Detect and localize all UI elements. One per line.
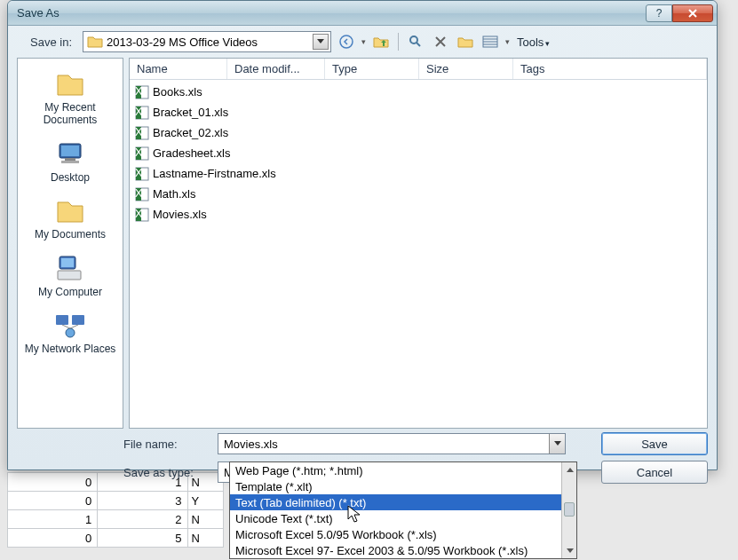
search-button[interactable]	[406, 32, 425, 51]
cell[interactable]: 0	[8, 529, 98, 548]
window-title: Save As	[17, 6, 646, 20]
close-button[interactable]	[672, 4, 713, 22]
folder-dropdown-button[interactable]	[313, 34, 329, 50]
xls-file-icon: X	[135, 146, 149, 161]
up-one-level-button[interactable]	[371, 32, 391, 51]
file-row[interactable]: XGradesheet.xls	[130, 143, 707, 163]
file-name: Movies.xls	[153, 208, 207, 221]
chevron-down-icon	[554, 441, 561, 446]
cell[interactable]: N	[187, 510, 224, 529]
column-name[interactable]: Name	[130, 59, 227, 79]
column-size[interactable]: Size	[419, 59, 513, 79]
cancel-button[interactable]: Cancel	[601, 461, 708, 484]
filename-dropdown-button[interactable]	[549, 434, 565, 454]
file-name: Books.xls	[153, 85, 202, 99]
folder-icon	[87, 35, 103, 49]
delete-icon	[434, 35, 447, 48]
titlebar: Save As ?	[8, 1, 717, 26]
place-my-recent-documents[interactable]: My Recent Documents	[18, 64, 123, 130]
type-option[interactable]: Template (*.xlt)	[230, 478, 576, 494]
toolbar: Save in: 2013-03-29 MS Office Videos ▾	[8, 26, 717, 58]
place-icon	[52, 138, 88, 170]
tools-menu[interactable]: Tools▾	[515, 35, 552, 49]
views-icon	[482, 35, 498, 48]
column-headers: Name Date modif... Type Size Tags	[130, 59, 707, 80]
help-button[interactable]: ?	[646, 4, 672, 22]
file-row[interactable]: XLastname-Firstname.xls	[130, 163, 707, 184]
file-name: Gradesheet.xls	[153, 146, 230, 160]
file-name: Math.xls	[153, 187, 195, 201]
cell[interactable]: Y	[187, 492, 224, 510]
file-row[interactable]: XBracket_02.xls	[130, 122, 707, 143]
delete-button[interactable]	[431, 32, 450, 51]
save-as-dialog: Save As ? Save in: 2013-03-29 MS Office …	[7, 0, 718, 470]
xls-file-icon: X	[135, 208, 149, 222]
svg-rect-7	[61, 146, 79, 156]
file-row[interactable]: XMovies.xls	[130, 204, 707, 225]
file-row[interactable]: XBooks.xls	[130, 82, 707, 102]
new-folder-button[interactable]	[456, 32, 475, 51]
column-type[interactable]: Type	[325, 59, 419, 79]
svg-rect-14	[72, 315, 84, 325]
svg-text:X: X	[135, 167, 143, 179]
cell[interactable]: 1	[8, 510, 98, 529]
file-name: Bracket_01.xls	[153, 106, 228, 119]
scroll-up-button[interactable]	[562, 462, 577, 477]
folder-up-icon	[373, 35, 389, 49]
place-my-network-places[interactable]: My Network Places	[18, 305, 123, 359]
save-in-label: Save in:	[17, 35, 77, 49]
back-icon	[339, 35, 353, 49]
type-option[interactable]: Microsoft Excel 97- Excel 2003 & 5.0/95 …	[230, 542, 576, 558]
place-label: My Documents	[20, 228, 121, 241]
folder-dropdown[interactable]: 2013-03-29 MS Office Videos	[83, 31, 331, 52]
file-list[interactable]: XBooks.xlsXBracket_01.xlsXBracket_02.xls…	[130, 80, 707, 428]
file-row[interactable]: XBracket_01.xls	[130, 102, 707, 122]
place-my-documents[interactable]: My Documents	[18, 191, 123, 244]
scroll-down-button[interactable]	[562, 543, 577, 558]
type-option[interactable]: Web Page (*.htm; *.html)	[230, 462, 576, 478]
file-name: Bracket_02.xls	[153, 126, 228, 139]
scrollbar-thumb[interactable]	[564, 502, 575, 517]
save-button[interactable]: Save	[601, 432, 708, 455]
cell[interactable]: 5	[98, 529, 187, 548]
place-desktop[interactable]: Desktop	[18, 134, 123, 187]
cell[interactable]: N	[187, 529, 224, 548]
type-option[interactable]: Microsoft Excel 5.0/95 Workbook (*.xls)	[230, 526, 576, 542]
svg-text:X: X	[135, 146, 143, 159]
filename-input[interactable]	[218, 433, 566, 454]
place-icon	[52, 252, 88, 284]
xls-file-icon: X	[135, 106, 149, 120]
xls-file-icon: X	[135, 167, 149, 181]
place-label: Desktop	[20, 171, 121, 184]
cell[interactable]: 3	[98, 492, 187, 510]
place-label: My Network Places	[20, 343, 121, 355]
xls-file-icon: X	[135, 187, 149, 201]
filename-field[interactable]	[218, 438, 549, 451]
svg-text:X: X	[135, 208, 143, 220]
svg-text:X: X	[135, 85, 143, 98]
svg-text:X: X	[135, 187, 143, 200]
place-my-computer[interactable]: My Computer	[18, 248, 123, 302]
save-as-type-label: Save as type:	[123, 466, 218, 479]
svg-point-0	[340, 35, 353, 48]
place-icon	[52, 309, 88, 341]
svg-rect-8	[65, 158, 75, 161]
new-folder-icon	[457, 35, 473, 49]
cell[interactable]: 0	[8, 492, 98, 510]
column-date[interactable]: Date modif...	[227, 59, 325, 79]
place-icon	[52, 67, 88, 99]
cell[interactable]: 2	[98, 510, 187, 529]
xls-file-icon: X	[135, 126, 149, 140]
close-icon	[687, 8, 698, 19]
save-as-type-listbox[interactable]: Web Page (*.htm; *.html)Template (*.xlt)…	[229, 461, 577, 559]
back-button[interactable]	[337, 32, 356, 51]
listbox-scrollbar[interactable]	[561, 462, 576, 558]
type-option[interactable]: Text (Tab delimited) (*.txt)	[230, 494, 576, 510]
svg-rect-9	[61, 161, 79, 163]
views-button[interactable]	[480, 32, 500, 51]
file-row[interactable]: XMath.xls	[130, 184, 707, 204]
place-label: My Recent Documents	[20, 101, 121, 127]
column-tags[interactable]: Tags	[513, 59, 707, 79]
file-name: Lastname-Firstname.xls	[153, 167, 276, 180]
type-option[interactable]: Unicode Text (*.txt)	[230, 510, 576, 526]
